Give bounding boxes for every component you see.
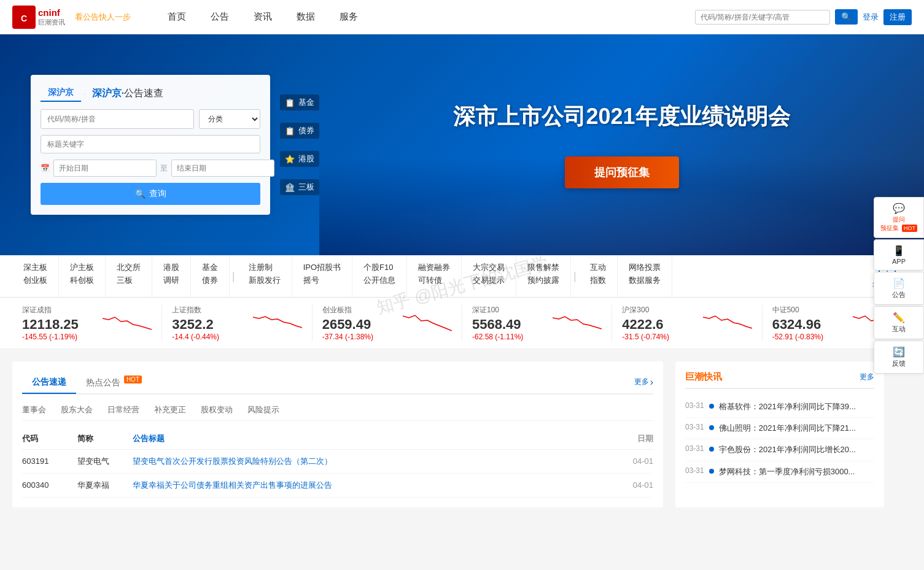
index-shanghai-composite[interactable]: 上证指数 3252.2 -14.4 (-0.44%) <box>162 305 312 341</box>
panel-end-date-input[interactable] <box>171 160 274 177</box>
fund-label: 基金 <box>298 97 314 108</box>
nav-group-shanghai[interactable]: 沪主板 科创板 <box>59 255 106 297</box>
index-change-0: -145.55 (-1.19%) <box>22 333 95 341</box>
news-more-link[interactable]: 更多 <box>860 372 874 382</box>
sub-tab-equity[interactable]: 股权变动 <box>201 404 233 415</box>
index-chart-0 <box>103 312 152 334</box>
nav-news[interactable]: 资讯 <box>254 11 272 23</box>
feedback-icon: 🔄 <box>880 346 917 358</box>
index-shenzhen-composite[interactable]: 深证成指 12118.25 -145.55 (-1.19%) <box>12 305 162 341</box>
table-row[interactable]: 600340 华夏幸福 华夏幸福关于公司债务重组相关资产出售事项的进展公告 04… <box>22 474 653 498</box>
more-announcements-link[interactable]: 更多 <box>634 377 653 388</box>
sidebar-link-bond[interactable]: 📋 债券 <box>280 123 319 139</box>
sub-tab-risk[interactable]: 风险提示 <box>247 404 279 415</box>
nav-group-bse[interactable]: 北交所 三板 <box>106 255 152 297</box>
panel-code-input[interactable] <box>41 109 194 129</box>
nav-announcement[interactable]: 公告 <box>211 11 229 23</box>
panel-tabs: 深沪京 · 深沪京· 公告速查 <box>41 85 260 102</box>
hero-cta-button[interactable]: 提问预征集 <box>565 156 679 188</box>
nav-sanlun-label: 三板 <box>117 274 141 287</box>
float-btn-app[interactable]: 📱 APP <box>874 239 924 271</box>
panel-title-black: 公告速查 <box>124 87 163 100</box>
nav-public-info-label: 公开信息 <box>363 274 395 287</box>
register-button[interactable]: 注册 <box>883 9 912 25</box>
logo-slogan: 看公告快人一步 <box>75 12 131 23</box>
index-chart-2 <box>403 312 452 334</box>
news-dot-0 <box>709 404 714 409</box>
panel-query-button[interactable]: 🔍 查询 <box>41 183 260 205</box>
nav-group-block[interactable]: 大宗交易 交易提示 <box>462 255 516 297</box>
sub-tab-daily[interactable]: 日常经营 <box>107 404 139 415</box>
index-chinext[interactable]: 创业板指 2659.49 -37.34 (-1.38%) <box>313 305 462 341</box>
news-dot-3 <box>709 469 714 474</box>
table-row[interactable]: 603191 望变电气 望变电气首次公开发行股票投资风险特别公告（第二次） 04… <box>22 450 653 474</box>
sub-tab-shareholders[interactable]: 股东大会 <box>61 404 93 415</box>
nav-group-fund[interactable]: 基金 债券 <box>191 255 230 297</box>
float-btn-feedback[interactable]: 🔄 反馈 <box>874 341 924 374</box>
news-text-0[interactable]: 榕基软件：2021年净利润同比下降39... <box>719 401 874 412</box>
panel-tab-shenhujing[interactable]: 深沪京 <box>41 85 81 102</box>
panel-code-row: 分类 <box>41 109 260 129</box>
nav-group-hk[interactable]: 港股 调研 <box>152 255 191 297</box>
nav-group-ipo[interactable]: IPO招股书 摇号 <box>292 255 352 297</box>
index-change-3: -62.58 (-1.11%) <box>472 333 545 341</box>
header-search: 🔍 登录 注册 <box>695 9 912 25</box>
news-panel: 巨潮快讯 更多 03-31 榕基软件：2021年净利润同比下降39... 03-… <box>675 361 884 507</box>
sidebar-link-hkstock[interactable]: ⭐ 港股 <box>280 151 319 167</box>
sub-tab-board[interactable]: 董事会 <box>22 404 46 415</box>
nav-beijiao-label: 北交所 <box>117 261 141 274</box>
login-button[interactable]: 登录 <box>863 12 879 23</box>
tab-hot-announcement[interactable]: 热点公告 HOT <box>76 371 152 395</box>
float-btn-question[interactable]: 💬 提问 预征集 HOT <box>874 197 924 238</box>
nav-group-registration[interactable]: 注册制 新股发行 <box>238 255 292 297</box>
panel-tab-shenhujing-label: 深沪京 <box>48 87 74 98</box>
nav-group-interact[interactable]: 互动 指数 <box>579 255 618 297</box>
news-item-2[interactable]: 03-31 宇色股份：2021年净利润同比增长20... <box>685 439 874 461</box>
index-chart-1 <box>253 312 302 334</box>
sub-tab-supplement[interactable]: 补充更正 <box>154 404 186 415</box>
nav-data[interactable]: 数据 <box>297 11 315 23</box>
nav-group-margin[interactable]: 融资融券 可转债 <box>407 255 462 297</box>
news-date-0: 03-31 <box>685 401 704 410</box>
index-csi300[interactable]: 沪深300 4222.6 -31.5 (-0.74%) <box>612 305 762 341</box>
news-item-3[interactable]: 03-31 梦网科技：第一季度净利润亏损3000... <box>685 461 874 483</box>
hero-title: 深市上市公司2021年度业绩说明会 <box>453 102 790 132</box>
index-name-3: 深证100 <box>472 305 545 315</box>
panel-keyword-input[interactable] <box>41 135 260 153</box>
index-info-3: 深证100 5568.49 -62.58 (-1.11%) <box>472 305 545 341</box>
nav-service[interactable]: 服务 <box>340 11 358 23</box>
panel-category-select[interactable]: 分类 <box>199 109 260 129</box>
nav-home[interactable]: 首页 <box>168 11 186 23</box>
three-board-label: 三板 <box>298 182 314 193</box>
announcement-table: 代码 简称 公告标题 日期 603191 望变电气 望变电气首次公开发行股票投资… <box>22 428 653 498</box>
index-info-4: 沪深300 4222.6 -31.5 (-0.74%) <box>622 305 695 341</box>
news-item-1[interactable]: 03-31 佛山照明：2021年净利润同比下降21... <box>685 418 874 439</box>
sidebar-link-fund[interactable]: 📋 基金 <box>280 94 319 110</box>
nav-group-shenzhen[interactable]: 深主板 创业板 <box>12 255 59 297</box>
header-search-button[interactable]: 🔍 <box>835 9 858 25</box>
panel-title-blue: 深沪京· <box>92 87 124 100</box>
header-search-input[interactable] <box>695 10 830 25</box>
index-szse100[interactable]: 深证100 5568.49 -62.58 (-1.11%) <box>462 305 612 341</box>
nav-group-lock[interactable]: 限售解禁 预约披露 <box>516 255 571 297</box>
row-1-title[interactable]: 华夏幸福关于公司债务重组相关资产出售事项的进展公告 <box>133 480 604 491</box>
nav-bar-inner: 深主板 创业板 沪主板 科创板 北交所 三板 港股 调研 基金 债券 | 注册制… <box>12 255 912 297</box>
indexes-bar: 深证成指 12118.25 -145.55 (-1.19%) 上证指数 3252… <box>0 298 924 349</box>
nav-ipo-label: IPO招股书 <box>303 261 341 274</box>
panel-query-label: 查询 <box>149 188 166 199</box>
panel-date-row: 📅 至 <box>41 160 260 177</box>
news-text-2[interactable]: 宇色股份：2021年净利润同比增长20... <box>719 444 874 455</box>
float-btn-announcement[interactable]: 📄 公告 <box>874 272 924 305</box>
row-0-title[interactable]: 望变电气首次公开发行股票投资风险特别公告（第二次） <box>133 456 604 467</box>
hero-content: 深市上市公司2021年度业绩说明会 提问预征集 <box>319 34 924 255</box>
hot-tab-label: 热点公告 <box>86 377 120 387</box>
news-text-1[interactable]: 佛山照明：2021年净利润同比下降21... <box>719 423 874 434</box>
nav-group-f10[interactable]: 个股F10 公开信息 <box>352 255 407 297</box>
nav-group-vote[interactable]: 网络投票 数据服务 <box>618 255 672 297</box>
sidebar-link-three-board[interactable]: 🏦 三板 <box>280 179 319 195</box>
float-btn-interact[interactable]: ✏️ 互动 <box>874 306 924 339</box>
news-item-0[interactable]: 03-31 榕基软件：2021年净利润同比下降39... <box>685 396 874 418</box>
panel-start-date-input[interactable] <box>53 160 157 177</box>
tab-fast-announcement[interactable]: 公告速递 <box>22 372 76 394</box>
news-text-3[interactable]: 梦网科技：第一季度净利润亏损3000... <box>719 466 874 477</box>
